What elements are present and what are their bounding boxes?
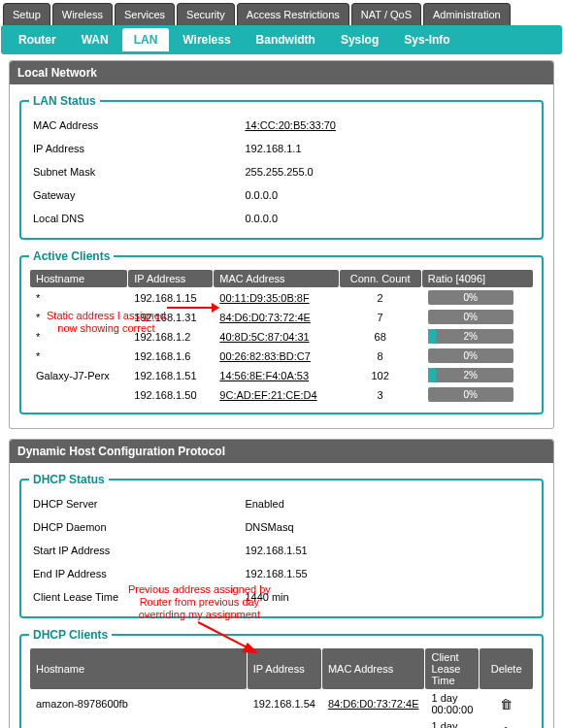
field-value: 1440 min xyxy=(241,585,534,609)
active-clients-table: HostnameIP AddressMAC AddressConn. Count… xyxy=(29,269,534,405)
cell-mac: 84:D6:D0:73:72:4E xyxy=(214,308,338,326)
dhcp-section: Dynamic Host Configuration Protocol DHCP… xyxy=(9,439,554,728)
col-header: Ratio [4096] xyxy=(422,270,533,287)
cell-conn: 68 xyxy=(340,327,421,346)
field-value: 0.0.0.0 xyxy=(241,207,534,230)
sub-tab-wireless[interactable]: Wireless xyxy=(171,28,242,51)
field-label: End IP Address xyxy=(29,562,241,585)
cell-hostname xyxy=(30,385,127,404)
cell-ip: 192.168.1.50 xyxy=(128,385,213,404)
col-header: IP Address xyxy=(248,648,321,689)
col-header: Delete xyxy=(480,648,533,689)
cell-conn: 3 xyxy=(340,385,421,404)
mac-link[interactable]: 14:56:8E:F4:0A:53 xyxy=(219,370,309,381)
field-label: DHCP Server xyxy=(29,492,241,515)
ratio-bar: 0% xyxy=(428,387,513,402)
main-tab-security[interactable]: Security xyxy=(177,3,235,25)
ratio-bar: 2% xyxy=(428,368,513,382)
table-row: amazon-8978600fb192.168.1.5484:D6:D0:73:… xyxy=(30,690,533,717)
col-header: Client Lease Time xyxy=(425,648,479,689)
cell-ip: 192.168.1.15 xyxy=(128,288,213,307)
dhcp-clients-legend: DHCP Clients xyxy=(29,628,112,642)
table-row: Galaxy-J7-Perx192.168.1.5114:56:8E:F4:0A… xyxy=(30,366,533,384)
table-row: 192.168.1.509C:AD:EF:21:CE:D430% xyxy=(30,385,533,404)
ratio-bar: 0% xyxy=(428,348,513,363)
field-label: Local DNS xyxy=(29,207,241,230)
cell-mac: 14:56:8E:F4:0A:53 xyxy=(214,366,338,384)
sub-tab-row: RouterWANLANWirelessBandwidthSyslogSys-I… xyxy=(1,25,562,54)
main-tab-wireless[interactable]: Wireless xyxy=(52,3,113,25)
table-row: *192.168.1.240:8D:5C:87:04:31682% xyxy=(30,327,533,346)
sub-tab-syslog[interactable]: Syslog xyxy=(329,28,390,51)
field-label: IP Address xyxy=(29,137,241,160)
active-clients-legend: Active Clients xyxy=(29,249,114,263)
ratio-bar: 0% xyxy=(428,310,513,324)
local-network-header: Local Network xyxy=(10,61,553,84)
table-row: Galaxy-J7-Perx192.168.1.5114:56:8E:F4:0A… xyxy=(30,718,533,728)
active-clients-group: Active Clients HostnameIP AddressMAC Add… xyxy=(19,249,544,414)
cell-conn: 102 xyxy=(340,366,421,384)
sub-tab-wan[interactable]: WAN xyxy=(70,28,120,51)
col-header: MAC Address xyxy=(322,648,425,689)
cell-ip: 192.168.1.51 xyxy=(128,366,213,384)
main-tab-services[interactable]: Services xyxy=(115,3,175,25)
field-value: 14:CC:20:B5:33:70 xyxy=(241,114,534,137)
dhcp-status-group: DHCP Status DHCP ServerEnabledDHCP Daemo… xyxy=(19,473,544,618)
field-value: DNSMasq xyxy=(241,515,534,539)
field-value: 192.168.1.1 xyxy=(241,137,534,160)
cell-mac: 84:D6:D0:73:72:4E xyxy=(322,690,425,717)
cell-mac: 14:56:8E:F4:0A:53 xyxy=(322,718,425,728)
main-tab-setup[interactable]: Setup xyxy=(3,3,50,25)
field-label: DHCP Daemon xyxy=(29,515,241,539)
sub-tab-router[interactable]: Router xyxy=(7,28,68,51)
delete-icon[interactable]: 🗑 xyxy=(500,697,513,711)
dhcp-status-legend: DHCP Status xyxy=(29,473,109,486)
mac-link[interactable]: 14:CC:20:B5:33:70 xyxy=(245,119,336,131)
main-tab-nat-qos[interactable]: NAT / QoS xyxy=(351,3,421,25)
cell-delete: 🗑 xyxy=(480,690,533,717)
mac-link[interactable]: 84:D6:D0:73:72:4E xyxy=(219,312,311,323)
cell-ratio: 0% xyxy=(422,347,533,365)
main-tab-administration[interactable]: Administration xyxy=(423,3,511,25)
sub-tab-lan[interactable]: LAN xyxy=(122,28,170,51)
ratio-bar: 2% xyxy=(428,329,513,344)
table-row: *192.168.1.3184:D6:D0:73:72:4E70% xyxy=(30,308,533,326)
mac-link[interactable]: 00:26:82:83:BD:C7 xyxy=(219,350,311,362)
mac-link[interactable]: 40:8D:5C:87:04:31 xyxy=(219,331,309,343)
cell-ip: 192.168.1.2 xyxy=(128,327,213,346)
cell-mac: 00:26:82:83:BD:C7 xyxy=(214,347,338,365)
col-header: MAC Address xyxy=(214,270,338,287)
mac-link[interactable]: 00:11:D9:35:0B:8F xyxy=(219,292,309,304)
dhcp-header: Dynamic Host Configuration Protocol xyxy=(10,440,553,463)
mac-link[interactable]: 9C:AD:EF:21:CE:D4 xyxy=(219,389,316,401)
cell-hostname: * xyxy=(30,288,127,307)
col-header: Conn. Count xyxy=(340,270,421,287)
main-tab-access-restrictions[interactable]: Access Restrictions xyxy=(237,3,349,25)
col-header: IP Address xyxy=(128,270,213,287)
cell-hostname: Galaxy-J7-Perx xyxy=(30,366,127,384)
dhcp-clients-table: HostnameIP AddressMAC AddressClient Leas… xyxy=(29,647,534,728)
cell-ip: 192.168.1.51 xyxy=(248,718,321,728)
table-row: *192.168.1.600:26:82:83:BD:C780% xyxy=(30,347,533,365)
cell-ratio: 2% xyxy=(422,366,533,384)
cell-ip: 192.168.1.54 xyxy=(248,690,321,717)
field-value: 192.168.1.55 xyxy=(241,562,534,585)
cell-ratio: 0% xyxy=(422,308,533,326)
cell-delete: 🗑 xyxy=(480,718,533,728)
sub-tab-sys-info[interactable]: Sys-Info xyxy=(392,28,461,51)
delete-icon[interactable]: 🗑 xyxy=(500,725,513,729)
cell-hostname: Galaxy-J7-Perx xyxy=(30,718,247,728)
cell-lease: 1 day 00:00:00 xyxy=(425,690,479,717)
cell-mac: 9C:AD:EF:21:CE:D4 xyxy=(214,385,338,404)
cell-ratio: 2% xyxy=(422,327,533,346)
field-label: MAC Address xyxy=(29,114,241,137)
sub-tab-bandwidth[interactable]: Bandwidth xyxy=(245,28,327,51)
table-row: *192.168.1.1500:11:D9:35:0B:8F20% xyxy=(30,288,533,307)
col-header: Hostname xyxy=(30,648,247,689)
cell-ratio: 0% xyxy=(422,288,533,307)
field-value: 255.255.255.0 xyxy=(241,160,534,183)
mac-link[interactable]: 84:D6:D0:73:72:4E xyxy=(328,698,419,710)
cell-hostname: * xyxy=(30,308,127,326)
cell-conn: 7 xyxy=(340,308,421,326)
dhcp-clients-group: DHCP Clients HostnameIP AddressMAC Addre… xyxy=(19,628,544,728)
